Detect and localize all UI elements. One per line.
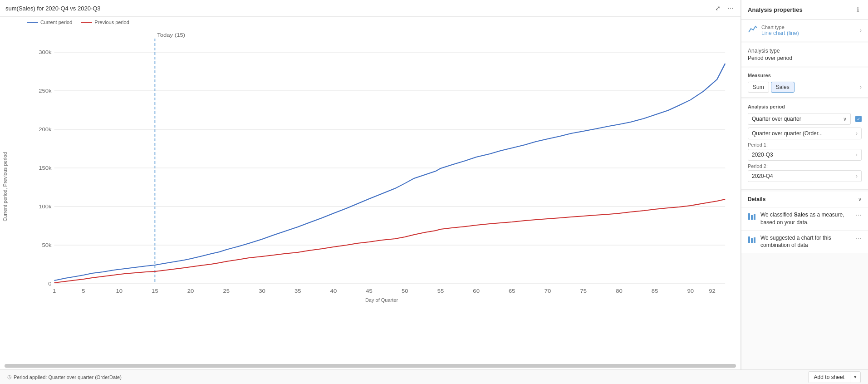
svg-text:60: 60 bbox=[473, 288, 480, 294]
add-to-sheet-dropdown-arrow[interactable]: ▾ bbox=[850, 372, 860, 382]
svg-text:90: 90 bbox=[687, 288, 694, 294]
x-axis-label: Day of Quarter bbox=[27, 297, 736, 305]
svg-text:Today (15): Today (15) bbox=[157, 32, 185, 38]
chart-title: sum(Sales) for 2020-Q4 vs 2020-Q3 bbox=[5, 5, 101, 12]
svg-text:65: 65 bbox=[509, 288, 515, 294]
analysis-type-section: Analysis type Period over period bbox=[741, 43, 868, 66]
chart-scrollbar[interactable] bbox=[5, 364, 736, 368]
svg-text:250k: 250k bbox=[39, 88, 52, 94]
details-section-header[interactable]: Details ∨ bbox=[741, 192, 868, 207]
measures-row: Sum Sales › bbox=[748, 82, 862, 93]
detail-icon-0 bbox=[748, 212, 757, 222]
chart-scrollbar-area bbox=[0, 362, 740, 369]
svg-text:75: 75 bbox=[580, 288, 587, 294]
chart-svg: .grid-line { stroke: #e0e0e0; stroke-wid… bbox=[27, 30, 736, 297]
detail-text-0: We classified Sales as a measure, based … bbox=[760, 211, 852, 226]
bottom-bar: ◷ Period applied: Quarter over quarter (… bbox=[0, 369, 868, 384]
period-applied-text: ◷ Period applied: Quarter over quarter (… bbox=[7, 374, 122, 380]
svg-rect-40 bbox=[751, 238, 753, 243]
legend-current-line bbox=[27, 22, 38, 23]
chart-body: Current period, Previous period .grid-li… bbox=[0, 25, 740, 362]
panel-info-icon[interactable]: ℹ bbox=[853, 5, 862, 14]
svg-text:50: 50 bbox=[402, 288, 408, 294]
chart-type-chevron[interactable]: › bbox=[860, 27, 862, 34]
analysis-period-title: Analysis period bbox=[748, 104, 862, 109]
analysis-period-section: Analysis period Quarter over quarter ∨ ✓… bbox=[741, 99, 868, 190]
detail-item-0: We classified Sales as a measure, based … bbox=[741, 207, 868, 231]
svg-rect-41 bbox=[754, 237, 755, 243]
checkbox-check-icon: ✓ bbox=[857, 117, 860, 122]
svg-text:35: 35 bbox=[294, 288, 301, 294]
period1-chevron: › bbox=[856, 152, 858, 158]
detail-options-1[interactable]: ⋯ bbox=[855, 235, 862, 242]
period2-label: Period 2: bbox=[748, 163, 862, 169]
y-axis-label: Current period, Previous period bbox=[2, 152, 8, 222]
detail-options-0[interactable]: ⋯ bbox=[855, 212, 862, 219]
svg-text:92: 92 bbox=[709, 288, 716, 294]
svg-text:45: 45 bbox=[366, 288, 373, 294]
analysis-type-label: Analysis type bbox=[748, 48, 862, 54]
measures-chevron[interactable]: › bbox=[860, 84, 862, 90]
svg-text:50k: 50k bbox=[42, 242, 52, 248]
order-date-chevron: › bbox=[856, 130, 858, 137]
period2-chevron: › bbox=[856, 173, 858, 179]
svg-text:300k: 300k bbox=[39, 49, 52, 55]
svg-text:200k: 200k bbox=[39, 127, 52, 133]
panel-title: Analysis properties bbox=[748, 6, 803, 13]
chart-legend: Current period Previous period bbox=[0, 17, 740, 25]
chart-type-info: Chart type Line chart (line) bbox=[761, 25, 799, 36]
add-to-sheet-label[interactable]: Add to sheet bbox=[809, 372, 850, 383]
svg-text:5: 5 bbox=[82, 288, 85, 294]
order-date-period-btn[interactable]: Quarter over quarter (Order... › bbox=[748, 128, 862, 139]
svg-text:55: 55 bbox=[437, 288, 444, 294]
quarter-over-quarter-label: Quarter over quarter bbox=[752, 116, 843, 122]
quarter-over-quarter-dropdown[interactable]: Quarter over quarter ∨ bbox=[748, 113, 851, 125]
svg-rect-37 bbox=[751, 215, 753, 220]
svg-rect-36 bbox=[748, 213, 750, 220]
svg-text:1: 1 bbox=[53, 288, 56, 294]
svg-text:70: 70 bbox=[544, 288, 551, 294]
svg-text:40: 40 bbox=[330, 288, 337, 294]
legend-previous-label: Previous period bbox=[94, 20, 129, 25]
sales-button[interactable]: Sales bbox=[771, 82, 794, 93]
expand-icon[interactable]: ⤢ bbox=[713, 4, 722, 13]
period1-container: Period 1: 2020-Q3 › bbox=[748, 142, 862, 161]
period2-dropdown[interactable]: 2020-Q4 › bbox=[748, 170, 862, 182]
legend-current: Current period bbox=[27, 20, 72, 25]
order-date-period-label: Quarter over quarter (Order... bbox=[752, 130, 856, 137]
svg-rect-38 bbox=[754, 214, 755, 220]
period-applied-label: Period applied: Quarter over quarter (Or… bbox=[14, 374, 122, 380]
legend-previous-line bbox=[81, 22, 92, 23]
legend-previous: Previous period bbox=[81, 20, 129, 25]
svg-rect-39 bbox=[748, 236, 750, 243]
chart-type-row: Chart type Line chart (line) › bbox=[748, 24, 862, 36]
detail-icon-1 bbox=[748, 235, 757, 246]
period2-container: Period 2: 2020-Q4 › bbox=[748, 163, 862, 182]
sum-button[interactable]: Sum bbox=[748, 82, 769, 93]
svg-text:85: 85 bbox=[652, 288, 658, 294]
analysis-type-value: Period over period bbox=[748, 55, 862, 61]
more-options-icon[interactable]: ⋯ bbox=[726, 4, 735, 13]
svg-text:150k: 150k bbox=[39, 165, 52, 171]
period-checkbox[interactable]: ✓ bbox=[855, 116, 862, 122]
analysis-panel: Analysis properties ℹ Chart type Line ch… bbox=[741, 0, 868, 369]
details-chevron-icon: ∨ bbox=[858, 197, 862, 202]
quarter-dropdown-chevron: ∨ bbox=[843, 116, 847, 122]
svg-text:100k: 100k bbox=[39, 204, 52, 210]
period1-dropdown[interactable]: 2020-Q3 › bbox=[748, 149, 862, 161]
add-to-sheet-button[interactable]: Add to sheet ▾ bbox=[808, 371, 861, 383]
period-applied-icon: ◷ bbox=[7, 374, 12, 380]
svg-text:25: 25 bbox=[223, 288, 230, 294]
chart-type-label: Chart type bbox=[761, 25, 799, 30]
detail-item-1: We suggested a chart for this combinatio… bbox=[741, 231, 868, 254]
legend-current-label: Current period bbox=[40, 20, 72, 25]
measures-section: Measures Sum Sales › bbox=[741, 68, 868, 98]
details-title: Details bbox=[748, 196, 765, 202]
measures-title: Measures bbox=[748, 73, 862, 78]
svg-text:20: 20 bbox=[187, 288, 194, 294]
panel-header: Analysis properties ℹ bbox=[741, 0, 868, 20]
detail-text-1: We suggested a chart for this combinatio… bbox=[760, 234, 852, 250]
svg-text:15: 15 bbox=[152, 288, 158, 294]
period1-label: Period 1: bbox=[748, 142, 862, 148]
chart-type-section: Chart type Line chart (line) › bbox=[741, 20, 868, 41]
